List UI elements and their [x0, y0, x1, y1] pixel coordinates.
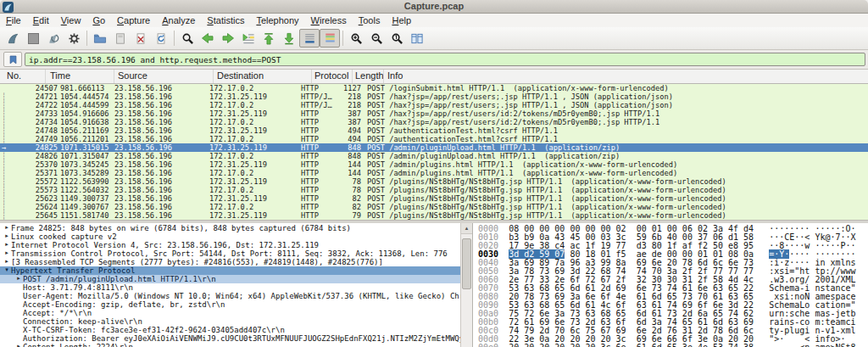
packet-row[interactable]: 24507981.66611323.158.56.196172.17.0.2HT…: [0, 84, 868, 92]
column-header-destination[interactable]: Destination: [214, 70, 312, 83]
expander-icon[interactable]: ▾: [3, 266, 11, 275]
hex-row[interactable]: 0010 b3 b9 0a 43 45 00 03 3c 59 6b 40 00…: [478, 232, 868, 241]
hex-row[interactable]: 0040 3a 69 89 7a 96 a3 99 8a 69 6e 20 78…: [478, 258, 868, 266]
hex-row[interactable]: 00c0 74 79 2d 70 6c 75 67 69 6e 2d 76 31…: [478, 326, 868, 334]
close-file-button[interactable]: [131, 29, 151, 48]
menu-analyze[interactable]: Analyze: [156, 14, 201, 27]
go-to-packet-button[interactable]: [238, 29, 259, 48]
detail-row[interactable]: ▸[3 Reassembled TCP Segments (2777 bytes…: [0, 258, 461, 266]
filter-bookmark-button[interactable]: [3, 52, 22, 67]
packet-row[interactable]: ┆247491056.21120123.158.56.196172.17.0.2…: [0, 135, 868, 143]
menu-help[interactable]: Help: [386, 14, 417, 27]
packet-row[interactable]: ┆248261071.31504723.158.56.196172.17.0.2…: [0, 152, 868, 160]
reload-file-button[interactable]: [151, 29, 171, 48]
packet-row[interactable]: ┆253711073.34528923.158.56.196172.17.0.2…: [0, 169, 868, 177]
column-header-time[interactable]: Time: [46, 70, 114, 83]
detail-row[interactable]: Accept-Encoding: gzip, deflate, br, zstd…: [0, 300, 461, 309]
packet-row[interactable]: ┆247481056.21116923.158.56.196172.31.25.…: [0, 126, 868, 135]
detail-row[interactable]: ▸POST /admin/pluginUpload.html HTTP/1.1\…: [0, 275, 461, 283]
detail-row[interactable]: ▸Content-Length: 2224\r\n: [0, 343, 461, 347]
hex-row[interactable]: 0060 2e 77 33 2e 6f 72 67 2f 32 30 30 31…: [478, 275, 868, 283]
detail-row[interactable]: User-Agent: Mozilla/5.0 (Windows NT 10.0…: [0, 292, 461, 300]
details-scrollbar[interactable]: ▲: [460, 223, 472, 347]
hex-row[interactable]: 0050 3a 78 73 69 3d 22 68 74 74 70 3a 2f…: [478, 266, 868, 275]
detail-row[interactable]: Accept: */*\r\n: [0, 309, 461, 317]
hex-offset: 00e0: [478, 343, 498, 347]
expander-icon[interactable]: ▸: [3, 241, 11, 249]
titlebar[interactable]: Capture.pcap: [0, 0, 868, 14]
expander-icon[interactable]: ▸: [3, 224, 11, 232]
restart-capture-button[interactable]: [43, 29, 64, 48]
hex-row[interactable]: 0080 20 78 73 69 3a 6e 6f 4e 61 6d 65 73…: [478, 292, 868, 300]
menu-statistics[interactable]: Statistics: [201, 14, 250, 27]
zoom-in-button[interactable]: [346, 29, 366, 48]
column-header-no[interactable]: No.: [0, 70, 46, 83]
go-first-packet-button[interactable]: [259, 29, 279, 48]
zoom-out-button[interactable]: [366, 29, 387, 48]
hex-row[interactable]: 0020 17 9e 38 c4 ac 1f 19 77 d3 80 1f af…: [478, 241, 868, 249]
column-header-protocol[interactable]: Protocol: [312, 70, 353, 83]
hex-row[interactable]: 0070 53 63 68 65 6d 61 2d 69 6e 73 74 61…: [478, 283, 868, 292]
packet-row[interactable]: ┆247331054.91660623.158.56.196172.31.25.…: [0, 109, 868, 118]
packet-row[interactable]: ┆255721122.56399023.158.56.196172.31.25.…: [0, 177, 868, 186]
packet-row[interactable]: ┆247211054.44457423.158.56.196172.31.25.…: [0, 92, 868, 101]
hex-row[interactable]: 00e0 20 20 20 20 20 20 3c 6e 61 6d 65 3e…: [478, 343, 868, 347]
start-capture-button[interactable]: [3, 29, 23, 48]
detail-row[interactable]: Connection: keep-alive\r\n: [0, 317, 461, 326]
expander-icon[interactable]: ▸: [3, 258, 11, 266]
expander-icon[interactable]: ▸: [3, 249, 11, 258]
zoom-normal-button[interactable]: [387, 29, 407, 48]
detail-row[interactable]: ▾Hypertext Transfer Protocol: [0, 266, 461, 275]
packet-row[interactable]: ┆247221054.44459923.158.56.196172.17.0.2…: [0, 101, 868, 109]
menu-file[interactable]: File: [0, 14, 27, 27]
detail-row[interactable]: ▸Frame 24825: 848 bytes on wire (6784 bi…: [0, 224, 461, 232]
find-packet-button[interactable]: [177, 29, 198, 48]
detail-row[interactable]: Authorization: Bearer eyJ0eXAiOiAiVENWMi…: [0, 334, 461, 343]
toolbar-separator: [174, 31, 175, 46]
packet-row[interactable]: ┆253701073.34524523.158.56.196172.31.25.…: [0, 160, 868, 169]
detail-row[interactable]: X-TC-CSRF-Token: fc3ace3e-ef31-42f2-9624…: [0, 326, 461, 334]
menu-go[interactable]: Go: [86, 14, 111, 27]
menu-edit[interactable]: Edit: [27, 14, 55, 27]
menu-capture[interactable]: Capture: [111, 14, 156, 27]
go-last-packet-button[interactable]: [279, 29, 299, 48]
hex-row[interactable]: 00d0 22 3e 0a 20 20 20 20 3c 69 6e 66 6f…: [478, 334, 868, 343]
packet-row[interactable]: ┆256231149.30073723.158.56.196172.31.25.…: [0, 194, 868, 203]
display-filter-input[interactable]: [25, 53, 865, 66]
detail-row[interactable]: ▸Internet Protocol Version 4, Src: 23.15…: [0, 241, 461, 249]
hex-row[interactable]: 00b0 72 61 69 6e 73 2d 63 6f 6d 3a 74 65…: [478, 317, 868, 326]
detail-row[interactable]: ▸Transmission Control Protocol, Src Port…: [0, 249, 461, 258]
packet-row[interactable]: ┆256241149.30076723.158.56.196172.17.0.2…: [0, 203, 868, 211]
column-header-source[interactable]: Source: [114, 70, 214, 83]
detail-row[interactable]: Host: 3.71.79.4:8111\r\n: [0, 283, 461, 292]
packet-row[interactable]: ┆256451151.58174023.158.56.196172.31.25.…: [0, 211, 868, 220]
go-back-button[interactable]: [198, 29, 218, 48]
go-forward-button[interactable]: [218, 29, 238, 48]
menu-telephony[interactable]: Telephony: [250, 14, 304, 27]
packet-row[interactable]: →248251071.31501523.158.56.196172.31.25.…: [0, 143, 868, 152]
scrollbar-thumb[interactable]: [462, 238, 471, 289]
hex-row[interactable]: 00a0 75 72 6e 3a 73 63 68 65 6d 61 73 2d…: [478, 309, 868, 317]
hex-row[interactable]: 0090 53 63 68 65 6d 61 4c 6f 63 61 74 69…: [478, 300, 868, 309]
auto-scroll-toggle[interactable]: [299, 29, 320, 48]
hex-row[interactable]: 0030 3d d2 59 07 80 18 01 f5 ae de 00 00…: [478, 249, 868, 258]
scrollbar-up-arrow-icon[interactable]: ▲: [461, 223, 472, 234]
colorize-toggle[interactable]: [320, 29, 340, 48]
hex-row[interactable]: 0000 08 00 00 00 00 00 00 02 00 01 00 06…: [478, 224, 868, 232]
expander-icon[interactable]: ▸: [3, 232, 11, 241]
packet-row[interactable]: ┆247341054.91663823.158.56.196172.17.0.2…: [0, 118, 868, 126]
expander-icon[interactable]: ▸: [14, 275, 23, 283]
menu-view[interactable]: View: [55, 14, 87, 27]
resize-columns-button[interactable]: [407, 29, 427, 48]
stop-capture-button[interactable]: [23, 29, 43, 48]
expander-icon[interactable]: ▸: [14, 343, 23, 347]
detail-row[interactable]: ▸Linux cooked capture v2: [0, 232, 461, 241]
menu-wireless[interactable]: Wireless: [305, 14, 353, 27]
packet-row[interactable]: ┆255731122.56403223.158.56.196172.17.0.2…: [0, 186, 868, 194]
save-file-button[interactable]: [110, 29, 131, 48]
column-header-length[interactable]: Length: [353, 70, 384, 83]
column-header-info[interactable]: Info: [384, 70, 868, 83]
open-file-button[interactable]: [90, 29, 110, 48]
capture-options-button[interactable]: [64, 29, 84, 48]
menu-tools[interactable]: Tools: [353, 14, 387, 27]
